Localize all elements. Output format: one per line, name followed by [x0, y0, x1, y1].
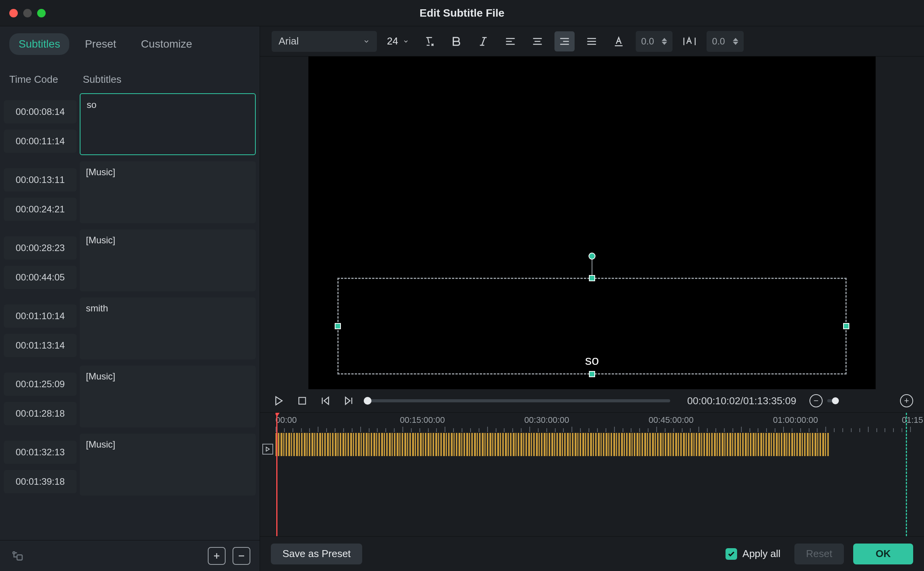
audio-waveform-row[interactable] — [275, 433, 924, 456]
rotate-handle[interactable] — [589, 253, 595, 260]
subtitle-bounding-box[interactable]: so — [337, 278, 847, 374]
font-select[interactable]: Arial — [272, 31, 377, 52]
zoom-controls: − + — [809, 394, 913, 407]
resize-handle-left[interactable] — [335, 323, 341, 329]
zoom-handle[interactable] — [832, 397, 839, 404]
timecode-column: 00:00:28:23 00:00:44:05 — [4, 229, 77, 291]
zoom-out-button[interactable]: − — [809, 394, 823, 407]
character-spacing-input[interactable]: 0.0 — [636, 31, 672, 52]
resize-handle-top[interactable] — [589, 275, 595, 281]
stop-button[interactable] — [294, 393, 310, 409]
subtitle-row[interactable]: 00:00:28:23 00:00:44:05 [Music] — [4, 229, 256, 291]
clear-format-icon[interactable] — [419, 31, 439, 51]
italic-icon[interactable] — [473, 31, 493, 51]
zoom-in-button[interactable]: + — [900, 394, 913, 407]
play-button[interactable] — [271, 393, 287, 409]
playhead[interactable] — [276, 413, 277, 536]
subtitle-text-cell[interactable]: [Music] — [80, 161, 256, 223]
text-color-icon[interactable] — [609, 31, 629, 51]
line-spacing-icon[interactable] — [679, 31, 700, 51]
end-time[interactable]: 00:01:13:14 — [4, 334, 77, 357]
reset-button[interactable]: Reset — [794, 544, 844, 564]
subtitle-text-cell[interactable]: [Music] — [80, 229, 256, 291]
spin-down-icon[interactable] — [662, 42, 667, 45]
ok-button[interactable]: OK — [853, 544, 913, 564]
start-time[interactable]: 00:00:08:14 — [4, 100, 77, 123]
resize-handle-right[interactable] — [843, 323, 849, 329]
end-time[interactable]: 00:01:28:18 — [4, 402, 77, 425]
start-time[interactable]: 00:01:25:09 — [4, 373, 77, 396]
start-time[interactable]: 00:00:28:23 — [4, 236, 77, 260]
align-center-icon[interactable] — [527, 31, 548, 51]
zoom-slider[interactable] — [827, 399, 837, 402]
expand-track-button[interactable] — [262, 444, 273, 455]
start-time[interactable]: 00:00:13:11 — [4, 168, 77, 191]
end-time[interactable]: 00:00:24:21 — [4, 198, 77, 221]
header-subtitles: Subtitles — [83, 74, 121, 85]
prev-frame-button[interactable] — [317, 393, 334, 409]
font-name: Arial — [279, 35, 299, 47]
save-as-preset-button[interactable]: Save as Preset — [271, 544, 362, 564]
resize-handle-bottom[interactable] — [589, 371, 595, 377]
remove-subtitle-button[interactable] — [233, 547, 250, 565]
import-icon[interactable] — [9, 548, 25, 564]
align-right-icon[interactable] — [554, 31, 575, 51]
spin-down-icon[interactable] — [733, 42, 738, 45]
close-window-icon[interactable] — [9, 9, 18, 17]
subtitle-text-cell[interactable]: so — [80, 93, 256, 155]
tab-preset[interactable]: Preset — [75, 33, 125, 55]
tab-customize[interactable]: Customize — [132, 33, 201, 55]
subtitle-row[interactable]: 00:00:08:14 00:00:11:14 so — [4, 93, 256, 155]
seek-handle[interactable] — [364, 397, 371, 405]
end-time[interactable]: 00:01:39:18 — [4, 470, 77, 493]
playback-bar: 00:00:10:02/01:13:35:09 − + — [260, 389, 924, 412]
spin-up-icon[interactable] — [733, 38, 738, 41]
subtitle-row[interactable]: 00:01:25:09 00:01:28:18 [Music] — [4, 366, 256, 427]
text-toolbar: Arial 24 — [260, 26, 924, 56]
subtitle-text-cell[interactable]: [Music] — [80, 366, 256, 427]
bottom-bar: Save as Preset Apply all Reset OK — [260, 536, 924, 571]
add-subtitle-button[interactable] — [208, 547, 226, 565]
timeline-main[interactable]: 00:0000:15:00:0000:30:00:0000:45:00:0001… — [275, 413, 924, 536]
subtitle-list[interactable]: 00:00:08:14 00:00:11:14 so 00:00:13:11 0… — [0, 93, 260, 540]
chevron-down-icon — [403, 38, 409, 44]
svg-marker-20 — [276, 397, 282, 405]
align-left-icon[interactable] — [500, 31, 520, 51]
subtitle-text-cell[interactable]: [Music] — [80, 434, 256, 496]
svg-marker-24 — [346, 397, 350, 405]
start-time[interactable]: 00:01:32:13 — [4, 441, 77, 464]
tabs: Subtitles Preset Customize — [0, 26, 260, 62]
bold-icon[interactable] — [446, 31, 466, 51]
timeline-ruler[interactable]: 00:0000:15:00:0000:30:00:0000:45:00:0001… — [275, 413, 924, 432]
maximize-window-icon[interactable] — [37, 9, 46, 17]
svg-rect-21 — [299, 397, 305, 404]
subtitle-row[interactable]: 00:01:32:13 00:01:39:18 [Music] — [4, 434, 256, 496]
svg-marker-26 — [266, 447, 269, 451]
apply-all-checkbox[interactable] — [726, 548, 737, 560]
align-justify-icon[interactable] — [582, 31, 602, 51]
end-time[interactable]: 00:00:44:05 — [4, 266, 77, 289]
titlebar: Edit Subtitle File — [0, 0, 924, 26]
timecode-column: 00:01:10:14 00:01:13:14 — [4, 297, 77, 359]
spinner — [733, 38, 738, 45]
video-preview[interactable]: so — [308, 56, 876, 389]
start-time[interactable]: 00:01:10:14 — [4, 304, 77, 328]
rotate-stick — [592, 257, 592, 275]
tab-subtitles[interactable]: Subtitles — [9, 33, 69, 55]
spin-up-icon[interactable] — [662, 38, 667, 41]
seek-bar[interactable] — [368, 399, 670, 402]
subtitle-row[interactable]: 00:01:10:14 00:01:13:14 smith — [4, 297, 256, 359]
svg-point-0 — [13, 552, 15, 554]
audio-waveform — [275, 433, 829, 456]
subtitle-text-cell[interactable]: smith — [80, 297, 256, 359]
svg-marker-22 — [324, 397, 329, 405]
font-size-select[interactable]: 24 — [384, 35, 412, 47]
minimize-window-icon[interactable] — [23, 9, 32, 17]
next-frame-button[interactable] — [341, 393, 357, 409]
column-headers: Time Code Subtitles — [0, 62, 260, 93]
subtitle-row[interactable]: 00:00:13:11 00:00:24:21 [Music] — [4, 161, 256, 223]
ruler-label: 00:30:00:00 — [524, 415, 569, 425]
line-spacing-input[interactable]: 0.0 — [707, 31, 743, 52]
ruler-label: 01:15 — [902, 415, 923, 425]
end-time[interactable]: 00:00:11:14 — [4, 130, 77, 153]
